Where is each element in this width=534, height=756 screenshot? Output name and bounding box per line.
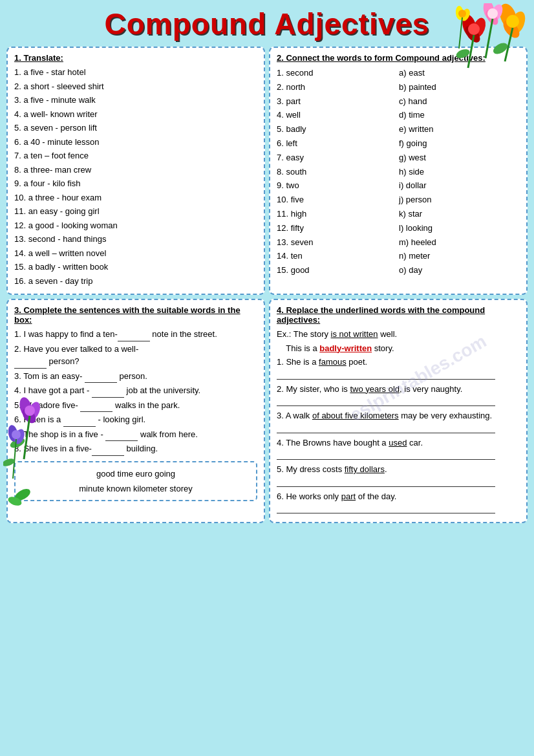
connect-left-4: 4. well — [277, 109, 398, 122]
connect-right-5: e) written — [399, 123, 520, 136]
connect-right-6: f) going — [399, 137, 520, 151]
connect-left-15: 15. good — [277, 264, 398, 277]
main-content-grid: 1. Translate: 1. a five - star hotel 2. … — [6, 47, 528, 295]
connect-right-2: b) painted — [399, 81, 520, 94]
section-1-item-1: 1. a five - star hotel — [14, 66, 257, 79]
word-box-line-1: good time euro going — [22, 466, 250, 481]
section-4-item-2: 2. My sister, who is two years old, is v… — [277, 383, 520, 396]
example-red-word: badly-written — [319, 343, 372, 353]
connect-right-13: m) heeled — [399, 236, 520, 250]
answer-line-4 — [277, 451, 495, 460]
connect-right-8: h) side — [399, 166, 520, 179]
connect-left-14: 14. ten — [277, 250, 398, 263]
section-4-item-5: 5. My dress costs fifty dollars. — [277, 463, 520, 476]
connect-right-3: c) hand — [399, 95, 520, 109]
connect-right-14: n) meter — [399, 250, 520, 263]
section-4-item-4: 4. The Browns have bought a used car. — [277, 437, 520, 449]
connect-right-4: d) time — [399, 109, 520, 122]
connect-right-15: o) day — [399, 264, 520, 277]
section-3-item-3: 3. Tom is an easy- person. — [14, 370, 257, 383]
connect-right-12: l) looking — [399, 222, 520, 235]
connect-left-8: 8. south — [277, 166, 398, 179]
section-3-box: 3. Complete the sentences with the suita… — [6, 299, 265, 523]
connect-left-1: 1. second — [277, 67, 398, 80]
section-3-item-7: 7. The shop is in a five - walk from her… — [14, 428, 257, 442]
svg-line-10 — [486, 19, 493, 58]
blank-7 — [105, 428, 138, 442]
section-1-item-3: 3. a five - minute walk — [14, 94, 257, 107]
section-1-item-4: 4. a well- known writer — [14, 108, 257, 121]
section-1-item-12: 12. a good - looking woman — [14, 219, 257, 232]
section-1-item-8: 8. a three- man crew — [14, 164, 257, 177]
svg-point-9 — [487, 8, 498, 19]
bottom-grid: 3. Complete the sentences with the suita… — [6, 299, 528, 523]
section4-underline-2: two years old — [350, 384, 400, 394]
connect-left-12: 12. fifty — [277, 222, 398, 235]
connect-right-7: g) west — [399, 151, 520, 165]
section4-underline-4: used — [389, 438, 407, 448]
section-4-box: 4. Replace the underlined words with the… — [269, 299, 528, 523]
section4-underline-3: of about five kilometers — [312, 411, 399, 420]
section-1-item-5: 5. a seven - person lift — [14, 122, 257, 135]
connect-right-11: k) star — [399, 208, 520, 221]
section-4-item-1: 1. She is a famous poet. — [277, 356, 520, 369]
section-4-example: Ex.: The story is not written well. — [277, 328, 520, 341]
connect-left-9: 9. two — [277, 179, 398, 193]
section-1-box: 1. Translate: 1. a five - star hotel 2. … — [6, 47, 265, 295]
answer-line-6 — [277, 504, 495, 513]
connect-left-11: 11. high — [277, 208, 398, 221]
section-1-item-10: 10. a three - hour exam — [14, 191, 257, 204]
answer-line-1 — [277, 371, 495, 380]
answer-line-2 — [277, 397, 495, 406]
connect-left-6: 6. left — [277, 137, 398, 151]
connect-left-7: 7. easy — [277, 151, 398, 165]
section-3-item-5: 5. We adore five- walks in the park. — [14, 399, 257, 413]
svg-point-14 — [468, 23, 480, 35]
svg-point-16 — [455, 48, 471, 60]
section-3-item-6: 6. Helen is a - looking girl. — [14, 413, 257, 427]
section-1-item-7: 7. a ten – foot fence — [14, 149, 257, 162]
svg-line-25 — [24, 416, 30, 459]
section-1-item-16: 16. a seven - day trip — [14, 275, 257, 288]
section-2-grid: 1. second 2. north 3. part 4. well 5. ba… — [277, 66, 520, 278]
section-3-item-8: 8. She lives in a five- building. — [14, 442, 257, 456]
section-3-item-2: 2. Have you ever talked to a well- perso… — [14, 343, 257, 369]
connect-left-13: 13. seven — [277, 236, 398, 250]
section-4-title: 4. Replace the underlined words with the… — [277, 305, 520, 325]
example-underline: is not written — [331, 329, 378, 339]
word-box: good time euro going minute known kilome… — [14, 461, 257, 502]
blank-4 — [92, 384, 124, 398]
section-1-item-2: 2. a short - sleeved shirt — [14, 80, 257, 93]
section-3-item-4: 4. I have got a part - job at the univer… — [14, 384, 257, 398]
page-title: Compound Adjectives — [105, 7, 430, 41]
section4-underline-1: famous — [319, 357, 347, 367]
connect-right-9: i) dollar — [399, 179, 520, 193]
blank-1 — [118, 328, 150, 341]
blank-8 — [92, 442, 124, 456]
svg-point-3 — [506, 15, 519, 28]
blank-3 — [85, 370, 117, 383]
section-2-left-col: 1. second 2. north 3. part 4. well 5. ba… — [277, 66, 398, 278]
section-2-right-col: a) east b) painted c) hand d) time e) wr… — [399, 66, 520, 278]
section-4-example-line2: This is a badly-written story. — [277, 342, 520, 355]
section-3-title: 3. Complete the sentences with the suita… — [14, 305, 257, 325]
section4-underline-6: part — [341, 491, 356, 501]
flower-decoration-top-right — [450, 3, 528, 76]
blank-2 — [14, 355, 47, 369]
word-box-line-2: minute known kilometer storey — [22, 481, 250, 496]
connect-left-3: 3. part — [277, 95, 398, 109]
svg-point-19 — [458, 10, 466, 17]
section-2-box: 2. Connect the words to form Compound ad… — [269, 47, 528, 295]
section-1-item-9: 9. a four - kilo fish — [14, 177, 257, 190]
section-1-item-14: 14. a well – written novel — [14, 247, 257, 260]
section-1-title: 1. Translate: — [14, 53, 257, 63]
answer-line-5 — [277, 478, 495, 487]
blank-6 — [63, 413, 96, 427]
connect-right-10: j) person — [399, 193, 520, 207]
flower-decoration-left — [3, 394, 45, 526]
svg-point-24 — [25, 405, 35, 416]
svg-point-29 — [12, 430, 21, 439]
answer-line-3 — [277, 424, 495, 433]
blank-5 — [80, 399, 112, 413]
section-1-item-15: 15. a badly - written book — [14, 261, 257, 274]
